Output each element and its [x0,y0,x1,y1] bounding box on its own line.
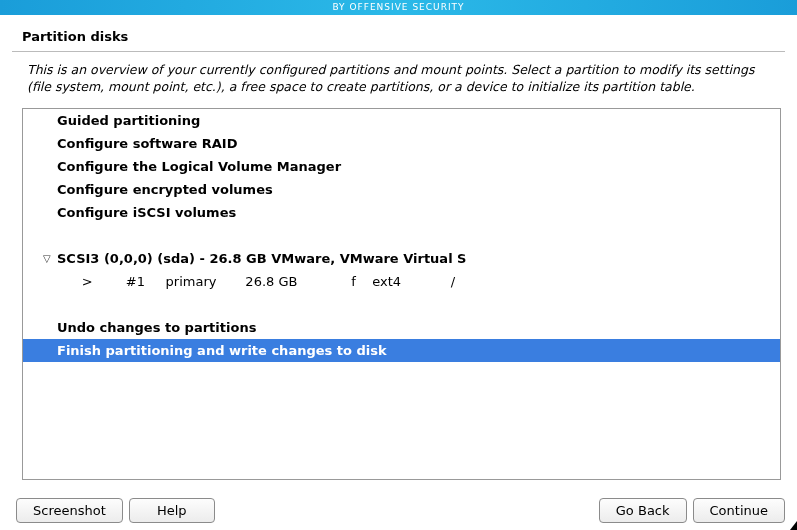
option-label: Configure iSCSI volumes [57,205,236,220]
option-label: Undo changes to partitions [57,320,256,335]
partition-row[interactable]: > #1 primary 26.8 GB f ext4 / [23,270,780,293]
option-label: Guided partitioning [57,113,200,128]
top-banner: BY OFFENSIVE SECURITY [0,0,797,15]
option-label: Finish partitioning and write changes to… [57,343,387,358]
disk-header-label: SCSI3 (0,0,0) (sda) - 26.8 GB VMware, VM… [57,251,466,266]
option-configure-iscsi[interactable]: Configure iSCSI volumes [23,201,780,224]
option-finish-partitioning[interactable]: Finish partitioning and write changes to… [23,339,780,362]
option-label: Configure the Logical Volume Manager [57,159,341,174]
option-label: Configure software RAID [57,136,237,151]
screenshot-button[interactable]: Screenshot [16,498,123,523]
partition-row-label: > #1 primary 26.8 GB f ext4 / [57,274,455,289]
continue-button[interactable]: Continue [693,498,785,523]
list-spacer [23,224,780,247]
option-undo-changes[interactable]: Undo changes to partitions [23,316,780,339]
expander-icon[interactable]: ▽ [43,253,57,264]
go-back-button[interactable]: Go Back [599,498,687,523]
disk-header[interactable]: ▽SCSI3 (0,0,0) (sda) - 26.8 GB VMware, V… [23,247,780,270]
page-title: Partition disks [0,15,797,44]
option-label: Configure encrypted volumes [57,182,273,197]
option-configure-lvm[interactable]: Configure the Logical Volume Manager [23,155,780,178]
option-configure-encrypted[interactable]: Configure encrypted volumes [23,178,780,201]
help-button[interactable]: Help [129,498,215,523]
cursor-icon [790,521,797,530]
option-guided-partitioning[interactable]: Guided partitioning [23,109,780,132]
list-spacer [23,293,780,316]
option-configure-raid[interactable]: Configure software RAID [23,132,780,155]
button-row: Screenshot Help Go Back Continue [16,498,785,523]
partition-list: Guided partitioning Configure software R… [22,108,781,480]
description-text: This is an overview of your currently co… [0,52,797,96]
